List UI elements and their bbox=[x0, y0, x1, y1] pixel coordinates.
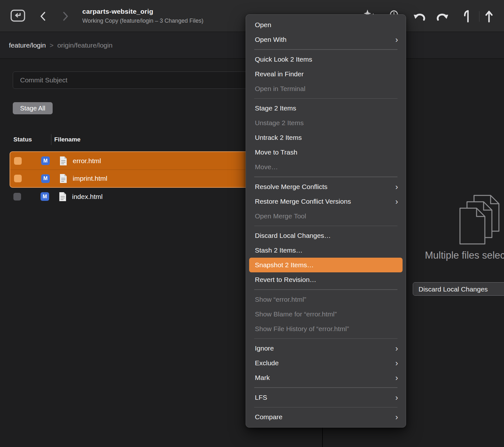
column-header-status: Status bbox=[13, 136, 32, 143]
menu-item-open[interactable]: Open bbox=[246, 18, 406, 32]
submenu-chevron-icon: › bbox=[395, 374, 398, 382]
menu-item-lfs[interactable]: LFS› bbox=[246, 390, 406, 405]
menu-item-show-file-history: Show File History of “error.html” bbox=[246, 322, 406, 336]
context-menu: Open Open With› Quick Look 2 Items Revea… bbox=[246, 14, 406, 428]
filename: index.html bbox=[72, 193, 103, 201]
submenu-chevron-icon: › bbox=[395, 393, 398, 402]
menu-separator bbox=[254, 289, 397, 290]
file-icon bbox=[59, 192, 67, 201]
multiple-files-message: Multiple files selected bbox=[425, 250, 504, 261]
window-title: carparts-website_orig bbox=[82, 8, 204, 15]
menu-item-show-blame: Show Blame for “error.html” bbox=[246, 307, 406, 322]
submenu-chevron-icon: › bbox=[395, 344, 398, 352]
column-divider[interactable] bbox=[51, 134, 51, 145]
menu-item-compare[interactable]: Compare› bbox=[246, 410, 406, 424]
toolbar-divider bbox=[479, 11, 479, 22]
menu-item-resolve-merge-conflicts[interactable]: Resolve Merge Conflicts› bbox=[246, 179, 406, 194]
menu-item-discard-local-changes[interactable]: Discard Local Changes… bbox=[246, 228, 406, 243]
menu-item-quick-look[interactable]: Quick Look 2 Items bbox=[246, 52, 406, 67]
submenu-chevron-icon: › bbox=[395, 35, 398, 44]
menu-item-show-file: Show “error.html” bbox=[246, 292, 406, 307]
multiple-files-icon bbox=[459, 195, 501, 251]
column-header-filename: Filename bbox=[54, 136, 80, 143]
menu-item-move: Move… bbox=[246, 160, 406, 174]
breadcrumb-remote-branch: origin/feature/login bbox=[57, 42, 113, 49]
stage-checkbox[interactable] bbox=[14, 175, 22, 182]
menu-separator bbox=[254, 177, 397, 177]
submenu-chevron-icon: › bbox=[395, 183, 398, 191]
redo-arrow-icon[interactable] bbox=[436, 11, 449, 24]
push-arrow-icon[interactable] bbox=[485, 10, 493, 24]
menu-item-unstage: Unstage 2 Items bbox=[246, 116, 406, 130]
menu-item-mark[interactable]: Mark› bbox=[246, 370, 406, 385]
menu-separator bbox=[254, 338, 397, 339]
forward-chevron-icon[interactable] bbox=[61, 11, 70, 23]
menu-item-untrack[interactable]: Untrack 2 Items bbox=[246, 130, 406, 145]
window-title-group: carparts-website_orig Working Copy (feat… bbox=[82, 8, 204, 24]
modified-status-badge: M bbox=[41, 192, 49, 201]
menu-separator bbox=[254, 407, 397, 408]
window-subtitle: Working Copy (feature/login – 3 Changed … bbox=[82, 18, 204, 24]
menu-separator bbox=[254, 98, 397, 99]
menu-separator bbox=[254, 49, 397, 50]
menu-separator bbox=[254, 387, 397, 388]
menu-item-snapshot[interactable]: Snapshot 2 Items… bbox=[249, 258, 403, 272]
breadcrumb-separator: > bbox=[50, 42, 54, 49]
branch-hook-icon[interactable] bbox=[463, 10, 471, 24]
menu-item-ignore[interactable]: Ignore› bbox=[246, 341, 406, 356]
filename: imprint.html bbox=[73, 175, 107, 182]
menu-item-open-in-terminal: Open in Terminal bbox=[246, 81, 406, 96]
file-icon bbox=[59, 174, 67, 183]
menu-item-open-with[interactable]: Open With› bbox=[246, 32, 406, 47]
discard-local-changes-button[interactable]: Discard Local Changes bbox=[413, 282, 504, 296]
working-copy-icon[interactable] bbox=[10, 9, 26, 24]
filename: error.html bbox=[73, 157, 101, 165]
menu-item-move-to-trash[interactable]: Move to Trash bbox=[246, 145, 406, 160]
breadcrumb-local-branch: feature/login bbox=[9, 42, 46, 49]
submenu-chevron-icon: › bbox=[395, 197, 398, 206]
back-chevron-icon[interactable] bbox=[39, 11, 47, 23]
modified-status-badge: M bbox=[41, 174, 50, 183]
submenu-chevron-icon: › bbox=[395, 413, 398, 421]
file-icon bbox=[59, 156, 67, 166]
menu-item-exclude[interactable]: Exclude› bbox=[246, 356, 406, 370]
menu-item-open-merge-tool: Open Merge Tool bbox=[246, 209, 406, 224]
menu-item-restore-merge-conflict-versions[interactable]: Restore Merge Conflict Versions› bbox=[246, 194, 406, 209]
menu-item-stash[interactable]: Stash 2 Items… bbox=[246, 243, 406, 258]
menu-item-reveal-in-finder[interactable]: Reveal in Finder bbox=[246, 67, 406, 81]
menu-item-revert-to-revision[interactable]: Revert to Revision… bbox=[246, 272, 406, 287]
menu-separator bbox=[254, 226, 397, 226]
menu-item-stage[interactable]: Stage 2 Items bbox=[246, 101, 406, 116]
stage-all-button[interactable]: Stage All bbox=[13, 102, 53, 114]
stage-checkbox[interactable] bbox=[13, 193, 21, 201]
undo-arrow-icon[interactable] bbox=[413, 11, 426, 24]
stage-checkbox[interactable] bbox=[14, 157, 22, 165]
modified-status-badge: M bbox=[41, 156, 50, 165]
submenu-chevron-icon: › bbox=[395, 359, 398, 367]
